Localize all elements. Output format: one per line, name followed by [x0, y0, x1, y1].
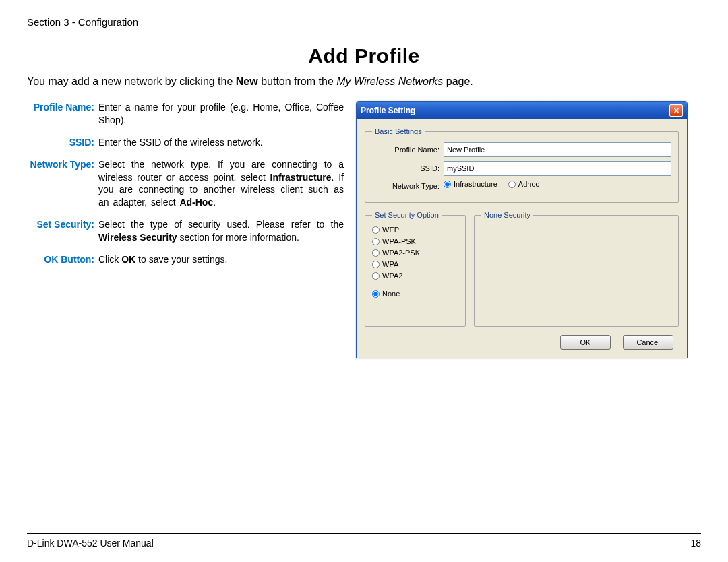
intro-pre: You may add a new network by clicking th… [27, 75, 236, 87]
radio-wpa-psk-label: WPA-PSK [382, 237, 416, 245]
def-network-type-label: Network Type: [27, 158, 98, 171]
ss-t1: Select the type of security used. Please… [98, 219, 344, 230]
set-security-fieldset: Set Security Option WEP WPA-PSK WPA2-PSK… [365, 211, 466, 327]
def-ssid-label: SSID: [27, 136, 98, 149]
basic-settings-legend: Basic Settings [372, 127, 425, 135]
radio-wep[interactable] [372, 226, 380, 234]
none-security-legend: None Security [481, 211, 533, 219]
nt-b2: Ad-Hoc [179, 197, 213, 208]
page-title: Add Profile [27, 44, 701, 67]
footer-left: D-Link DWA-552 User Manual [27, 538, 154, 549]
cancel-button[interactable]: Cancel [623, 335, 673, 350]
def-network-type-text: Select the network type. If you are conn… [98, 158, 344, 210]
opt-wep[interactable]: WEP [372, 226, 458, 234]
ok-t1: Click [98, 254, 121, 265]
radio-adhoc-option[interactable]: Adhoc [508, 180, 539, 188]
opt-wpa2[interactable]: WPA2 [372, 272, 458, 280]
radio-wep-label: WEP [382, 226, 399, 234]
nt-t3: . [213, 197, 216, 208]
ss-b1: Wireless Security [98, 232, 177, 243]
nt-b1: Infrastructure [270, 172, 332, 183]
profile-setting-dialog: Profile Setting ✕ Basic Settings Profile… [356, 101, 688, 358]
close-icon: ✕ [673, 107, 679, 115]
close-button[interactable]: ✕ [669, 104, 683, 117]
opt-wpa2-psk[interactable]: WPA2-PSK [372, 249, 458, 257]
radio-wpa2[interactable] [372, 272, 380, 280]
def-ok-button-label: OK Button: [27, 253, 98, 266]
def-set-security-label: Set Security: [27, 218, 98, 231]
radio-wpa2-psk-label: WPA2-PSK [382, 249, 420, 257]
ssid-input[interactable] [444, 161, 671, 176]
profile-name-field-label: Profile Name: [372, 146, 444, 154]
radio-adhoc[interactable] [508, 181, 516, 188]
radio-wpa2-label: WPA2 [382, 272, 402, 280]
opt-wpa-psk[interactable]: WPA-PSK [372, 237, 458, 245]
radio-adhoc-label: Adhoc [518, 180, 539, 188]
profile-name-input[interactable] [444, 142, 671, 157]
dialog-titlebar: Profile Setting ✕ [357, 102, 687, 119]
intro-paragraph: You may add a new network by clicking th… [27, 75, 701, 88]
radio-wpa-psk[interactable] [372, 238, 380, 245]
opt-wpa[interactable]: WPA [372, 260, 458, 268]
intro-post: page. [443, 75, 473, 87]
radio-wpa2-psk[interactable] [372, 249, 380, 257]
radio-none[interactable] [372, 290, 380, 298]
radio-infrastructure-label: Infrastructure [454, 180, 497, 188]
ok-button[interactable]: OK [560, 335, 611, 350]
section-header: Section 3 - Configuration [27, 16, 701, 32]
ss-t2: section for more information. [177, 232, 299, 243]
basic-settings-fieldset: Basic Settings Profile Name: SSID: Netwo… [365, 127, 679, 203]
intro-mid: button from the [258, 75, 337, 87]
ok-b1: OK [121, 254, 135, 265]
intro-italic: My Wireless Networks [336, 75, 443, 87]
footer-page-number: 18 [690, 538, 701, 549]
dialog-title: Profile Setting [361, 106, 415, 115]
ssid-field-label: SSID: [372, 164, 444, 173]
radio-infrastructure[interactable] [444, 181, 451, 188]
intro-bold: New [236, 75, 258, 87]
def-ok-button-text: Click OK to save your settings. [98, 253, 344, 266]
set-security-legend: Set Security Option [372, 211, 442, 219]
radio-wpa-label: WPA [382, 260, 398, 268]
radio-none-label: None [382, 290, 400, 298]
radio-wpa[interactable] [372, 261, 380, 268]
def-profile-name-text: Enter a name for your profile (e.g. Home… [98, 101, 344, 127]
def-set-security-text: Select the type of security used. Please… [98, 218, 344, 244]
network-type-field-label: Network Type: [372, 182, 444, 190]
def-ssid-text: Enter the SSID of the wireless network. [98, 136, 344, 149]
ok-t2: to save your settings. [135, 254, 227, 265]
opt-none[interactable]: None [372, 290, 458, 298]
def-profile-name-label: Profile Name: [27, 101, 98, 114]
radio-infrastructure-option[interactable]: Infrastructure [444, 180, 497, 188]
none-security-fieldset: None Security [474, 211, 679, 327]
